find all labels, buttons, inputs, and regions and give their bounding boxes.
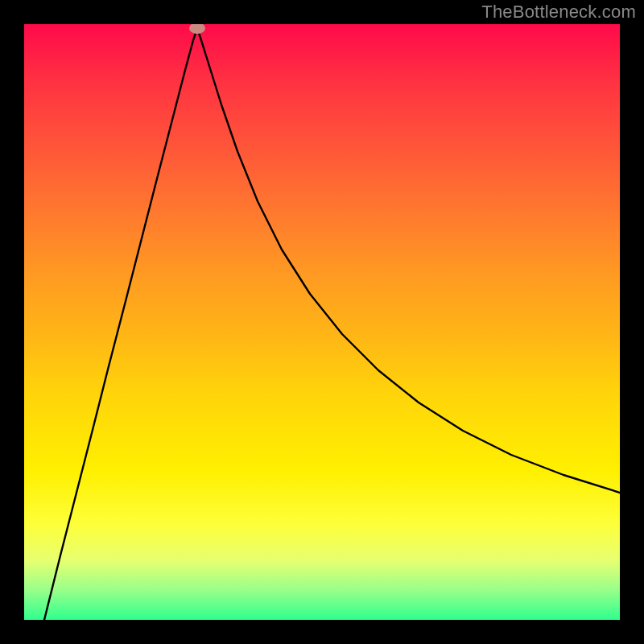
plot-area — [24, 24, 620, 620]
bottleneck-curve — [44, 28, 620, 620]
watermark-text: TheBottleneck.com — [481, 2, 636, 23]
chart-frame: TheBottleneck.com — [0, 0, 644, 644]
curve-layer — [24, 24, 620, 620]
optimum-marker-icon — [189, 24, 205, 34]
